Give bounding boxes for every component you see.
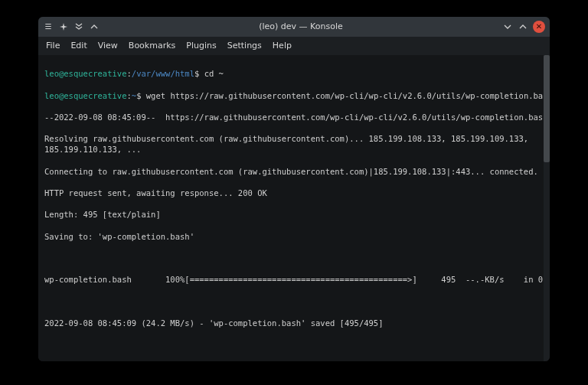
terminal-line: wp-completion.bash 100%[================… bbox=[44, 274, 544, 285]
terminal-line: 2022-09-08 08:45:09 (24.2 MB/s) - 'wp-co… bbox=[44, 318, 544, 328]
menu-plugins[interactable]: Plugins bbox=[186, 41, 216, 52]
terminal-line: Resolving raw.githubusercontent.com (raw… bbox=[44, 133, 544, 155]
terminal-line: leo@esquecreative:/var/www/html$ cd ~ bbox=[44, 68, 544, 79]
chevron-up-icon[interactable] bbox=[89, 21, 100, 32]
close-icon[interactable]: ✕ bbox=[533, 21, 545, 33]
titlebar-left-controls: ☰ bbox=[43, 21, 100, 32]
chevrons-down-icon[interactable] bbox=[74, 21, 84, 32]
menu-edit[interactable]: Edit bbox=[70, 41, 87, 52]
terminal-line bbox=[44, 339, 544, 350]
app-menu-icon[interactable]: ☰ bbox=[43, 21, 54, 32]
terminal[interactable]: leo@esquecreative:/var/www/html$ cd ~ le… bbox=[38, 55, 550, 361]
terminal-line bbox=[44, 253, 544, 263]
terminal-line: HTTP request sent, awaiting response... … bbox=[44, 188, 544, 198]
terminal-line: Saving to: 'wp-completion.bash' bbox=[44, 231, 544, 242]
scrollbar[interactable] bbox=[544, 55, 550, 361]
scrollbar-thumb[interactable] bbox=[544, 55, 550, 162]
maximize-icon[interactable] bbox=[518, 21, 528, 32]
menu-view[interactable]: View bbox=[98, 41, 118, 52]
menu-bookmarks[interactable]: Bookmarks bbox=[129, 41, 175, 52]
terminal-line: leo@esquecreative:~$ wget https://raw.gi… bbox=[44, 90, 544, 101]
menu-settings[interactable]: Settings bbox=[227, 41, 262, 52]
window-title: (leo) dev — Konsole bbox=[100, 21, 502, 33]
titlebar-right-controls: ✕ bbox=[502, 21, 545, 33]
minimize-icon[interactable] bbox=[502, 21, 513, 32]
pin-icon[interactable] bbox=[58, 21, 69, 32]
terminal-line bbox=[44, 296, 544, 307]
menu-file[interactable]: File bbox=[46, 41, 60, 52]
terminal-line: Connecting to raw.githubusercontent.com … bbox=[44, 166, 544, 177]
terminal-line: Length: 495 [text/plain] bbox=[44, 209, 544, 220]
menubar: File Edit View Bookmarks Plugins Setting… bbox=[38, 37, 550, 55]
menu-help[interactable]: Help bbox=[273, 41, 292, 52]
terminal-line: --2022-09-08 08:45:09-- https://raw.gith… bbox=[44, 112, 544, 122]
konsole-window: ☰ (leo) dev — Konsole ✕ File Edit View bbox=[38, 17, 550, 361]
titlebar: ☰ (leo) dev — Konsole ✕ bbox=[38, 17, 550, 37]
